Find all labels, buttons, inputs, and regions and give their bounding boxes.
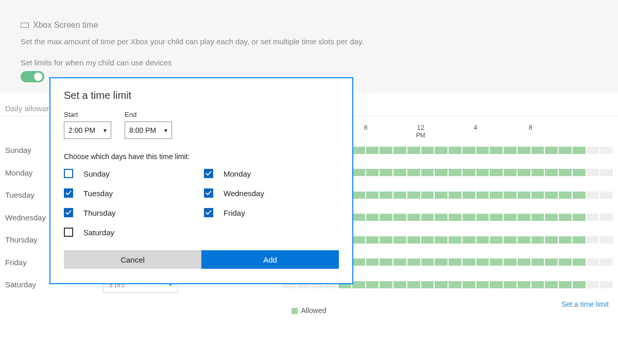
limits-toggle[interactable] <box>21 71 44 82</box>
day-option-label: Thursday <box>83 209 116 217</box>
day-option-label: Sunday <box>83 169 110 178</box>
end-label: End <box>125 111 172 118</box>
day-option-label: Saturday <box>83 228 114 237</box>
set-time-limit-link[interactable]: Set a time limit <box>561 300 609 308</box>
legend-swatch-icon <box>291 308 298 314</box>
day-option[interactable]: Tuesday <box>64 188 199 198</box>
legend: Allowed <box>5 306 613 315</box>
dialog-title: Set a time limit <box>64 90 339 101</box>
page-title: Xbox Screen time <box>33 21 98 30</box>
start-label: Start <box>64 111 111 118</box>
toggle-knob <box>34 73 42 81</box>
day-option-label: Tuesday <box>83 189 113 198</box>
day-option-label: Monday <box>224 169 251 178</box>
day-option[interactable]: Wednesday <box>204 188 339 198</box>
page-description: Set the max amount of time per Xbox your… <box>21 37 597 46</box>
day-option[interactable]: Monday <box>204 169 339 178</box>
end-time-select[interactable]: 8:00 PM ▼ <box>125 122 172 139</box>
checkbox-icon[interactable] <box>204 188 213 198</box>
day-option[interactable]: Friday <box>204 208 339 217</box>
day-option-label: Friday <box>224 209 245 217</box>
checkbox-icon[interactable] <box>64 228 73 237</box>
add-button[interactable]: Add <box>201 250 339 269</box>
checkbox-icon[interactable] <box>204 208 213 217</box>
day-option-label: Wednesday <box>224 189 264 198</box>
start-time-select[interactable]: 2:00 PM ▼ <box>64 122 111 139</box>
checkbox-icon[interactable] <box>64 208 73 217</box>
toggle-label: Set limits for when my child can use dev… <box>21 58 597 67</box>
chevron-down-icon: ▼ <box>163 128 168 133</box>
time-limit-dialog: Set a time limit Start 2:00 PM ▼ End 8:0… <box>49 77 353 284</box>
day-option[interactable]: Sunday <box>64 169 199 178</box>
cancel-button[interactable]: Cancel <box>64 250 201 269</box>
checkbox-icon[interactable] <box>64 188 73 198</box>
legend-label: Allowed <box>301 306 326 315</box>
checkbox-icon[interactable] <box>204 169 213 178</box>
start-time-value: 2:00 PM <box>68 126 95 134</box>
day-option[interactable]: Saturday <box>64 228 199 237</box>
device-icon <box>21 23 29 28</box>
chevron-down-icon: ▼ <box>102 128 108 133</box>
checkbox-icon[interactable] <box>64 169 73 178</box>
day-checkbox-grid: SundayMondayTuesdayWednesdayThursdayFrid… <box>64 169 339 237</box>
day-option[interactable]: Thursday <box>64 208 199 217</box>
choose-days-label: Choose which days have this time limit: <box>64 152 339 161</box>
end-time-value: 8:00 PM <box>129 126 156 134</box>
